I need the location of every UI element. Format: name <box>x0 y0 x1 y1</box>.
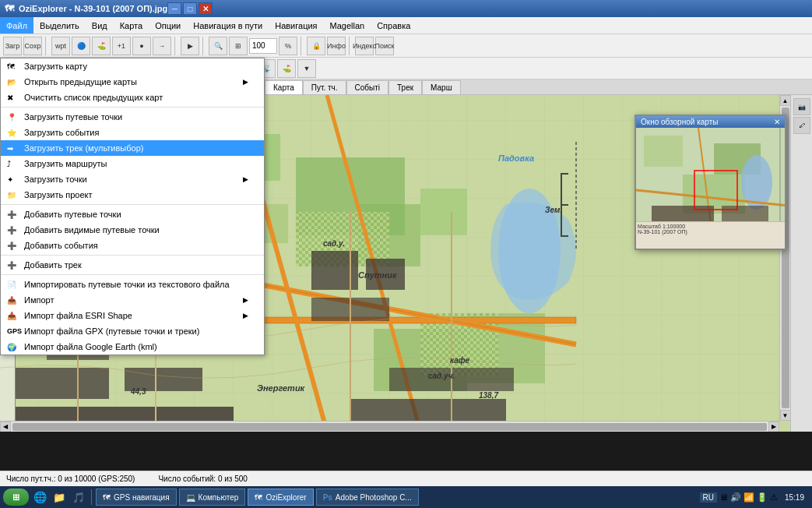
windows-icon: ⊞ <box>12 492 19 503</box>
hscroll-right-arrow[interactable]: ▶ <box>768 422 779 432</box>
taskbar-item-gps[interactable]: 🗺 GPS навигация <box>96 489 177 506</box>
add-track-icon: ➕ <box>7 261 16 270</box>
tab-route[interactable]: Марш <box>422 80 461 94</box>
tab-waypoints[interactable]: Пут. тч. <box>303 80 346 94</box>
right-btn2[interactable]: 🖊 <box>793 117 810 134</box>
tb-grid-button[interactable]: ⊞ <box>229 37 248 55</box>
system-tray: RU 🖥 🔊 📶 🔋 ⚠ 15:19 <box>700 492 809 503</box>
tb-waypoint-button[interactable]: wpt <box>51 37 70 55</box>
hscroll-left-arrow[interactable]: ◀ <box>0 422 11 432</box>
taskbar-item-computer[interactable]: 💻 Компьютер <box>179 489 246 506</box>
svg-rect-47 <box>644 136 683 167</box>
start-button[interactable]: ⊞ <box>3 489 29 506</box>
menu-import[interactable]: 📥 Импорт ▶ <box>1 292 264 308</box>
menu-file[interactable]: Файл <box>0 17 33 34</box>
menu-sep2 <box>1 204 264 205</box>
load-points-icon: ✦ <box>7 175 13 184</box>
tb-flag-button[interactable]: ⛳ <box>92 37 111 55</box>
tb-save-button[interactable]: Сохр <box>23 37 42 55</box>
menu-help[interactable]: Справка <box>371 17 417 34</box>
menu-add-track[interactable]: ➕ Добавить трек <box>1 257 264 273</box>
tab-events[interactable]: Событі <box>346 80 389 94</box>
menu-navigation[interactable]: Навигация <box>269 17 323 34</box>
menu-import-wp-text[interactable]: 📄 Импортировать путевые точки из текстов… <box>1 277 264 292</box>
import-wp-text-icon: 📄 <box>7 280 16 289</box>
tb2-btn12[interactable]: ▼ <box>297 59 316 78</box>
tb-zoom-100-button[interactable]: ▶ <box>181 37 199 55</box>
add-vis-wp-icon: ➕ <box>7 226 16 235</box>
menu-map[interactable]: Карта <box>114 17 149 34</box>
menu-load-points[interactable]: ✦ Загрузить точки ▶ <box>1 171 264 187</box>
menu-load-project[interactable]: 📁 Загрузить проект <box>1 187 264 203</box>
right-btn1[interactable]: 📷 <box>793 98 810 115</box>
quick-launch-media[interactable]: 🎵 <box>70 489 87 506</box>
menu-load-events[interactable]: ⭐ Загрузить события <box>1 125 264 140</box>
load-project-icon: 📁 <box>7 191 16 199</box>
vscroll-down-arrow[interactable]: ▼ <box>780 410 791 421</box>
add-events-icon: ➕ <box>7 242 16 250</box>
tb-search-cursor[interactable]: 🔍 <box>209 37 227 55</box>
tb-1-button[interactable]: 🔵 <box>72 37 90 55</box>
menu-view[interactable]: Вид <box>86 17 114 34</box>
tb-sep4 <box>301 37 304 55</box>
quick-launch-folder[interactable]: 📁 <box>51 489 68 506</box>
menu-import-google-earth[interactable]: 🌍 Импорт файла Google Earth (kml) <box>1 339 264 355</box>
menu-import-esri[interactable]: 📥 Импорт файла ESRI Shape ▶ <box>1 308 264 323</box>
tb2-btn11[interactable]: ⛳ <box>277 59 296 78</box>
tab-map[interactable]: Карта <box>265 80 303 94</box>
menu-load-track[interactable]: ➡ Загрузить трек (мультивыбор) <box>1 140 264 156</box>
load-map-label: Загрузить карту <box>24 62 87 71</box>
load-points-arrow: ▶ <box>243 175 248 183</box>
menu-nav-path[interactable]: Навигация в пути <box>187 17 269 34</box>
tab-track[interactable]: Трек <box>388 80 422 94</box>
tb-find-button[interactable]: Поиск <box>375 37 394 55</box>
menu-sep3 <box>1 255 264 256</box>
hscrollbar[interactable]: ◀ ▶ <box>0 421 779 432</box>
menu-load-waypoints[interactable]: 📍 Загрузить путевые точки <box>1 109 264 125</box>
menu-load-routes[interactable]: ⤴ Загрузить маршруты <box>1 156 264 171</box>
menu-options[interactable]: Опции <box>149 17 187 34</box>
minimize-button[interactable]: ─ <box>167 2 181 15</box>
menu-select[interactable]: Выделить <box>33 17 86 34</box>
tb-arrow-button[interactable]: → <box>153 37 171 55</box>
lang-indicator[interactable]: RU <box>700 492 717 503</box>
tray-icon2: 🔊 <box>730 492 741 503</box>
vscroll-up-arrow[interactable]: ▲ <box>780 95 791 106</box>
menu-load-map[interactable]: 🗺 Загрузить карту <box>1 58 264 74</box>
maximize-button[interactable]: □ <box>183 2 197 15</box>
taskbar-item-oziexplorer[interactable]: 🗺 OziExplorer <box>248 489 313 506</box>
load-wp-label: Загрузить путевые точки <box>24 112 122 122</box>
import-esri-label: Импорт файла ESRI Shape <box>24 311 132 320</box>
menu-magellan[interactable]: Magellan <box>324 17 371 34</box>
overview-close-btn[interactable]: ✕ <box>774 118 780 126</box>
close-button[interactable]: ✕ <box>199 2 213 15</box>
tb-lock-button[interactable]: 🔒 <box>307 37 325 55</box>
tb-index-button[interactable]: Индекс <box>355 37 374 55</box>
menu-add-waypoints[interactable]: ➕ Добавить путевые точки <box>1 206 264 222</box>
menu-add-events[interactable]: ➕ Добавить события <box>1 238 264 253</box>
taskbar-item-photoshop[interactable]: Ps Adobe Photoshop C... <box>316 489 419 506</box>
computer-label: Компьютер <box>199 493 239 502</box>
tb-info-button[interactable]: Инфо <box>327 37 346 55</box>
add-vis-wp-label: Добавить видимые путевые точки <box>24 225 160 235</box>
tb-sep2 <box>174 37 178 55</box>
import-icon: 📥 <box>7 296 16 305</box>
menu-clear-prev-maps[interactable]: ✖ Очистить список предыдущих карт <box>1 90 264 105</box>
menu-add-visible-waypoints[interactable]: ➕ Добавить видимые путевые точки <box>1 222 264 238</box>
right-panel: 📷 🖊 <box>790 95 812 432</box>
menu-sep1 <box>1 107 264 108</box>
tb-percent-button[interactable]: % <box>279 37 297 55</box>
window-title: OziExplorer - N-39-101 (2007 ОП).jpg <box>19 4 167 13</box>
tb-open-button[interactable]: Загр <box>3 37 22 55</box>
import-wp-text-label: Импортировать путевые точки из текстовог… <box>24 280 230 289</box>
tb-plus-button[interactable]: +1 <box>112 37 131 55</box>
svg-rect-3 <box>420 189 467 235</box>
city-label-saduch: сад.уч. <box>428 372 455 380</box>
hscroll-thumb[interactable] <box>12 423 767 431</box>
quick-launch-ie[interactable]: 🌐 <box>31 489 48 506</box>
clock-display[interactable]: 15:19 <box>780 493 809 502</box>
oziexplorer-label: OziExplorer <box>265 493 306 502</box>
menu-open-prev-maps[interactable]: 📂 Открыть предыдущие карты ▶ <box>1 74 264 90</box>
tb-minus-button[interactable]: ● <box>132 37 151 55</box>
menu-import-gpx[interactable]: GPS Импорт файла GPX (путевые точки и тр… <box>1 323 264 339</box>
